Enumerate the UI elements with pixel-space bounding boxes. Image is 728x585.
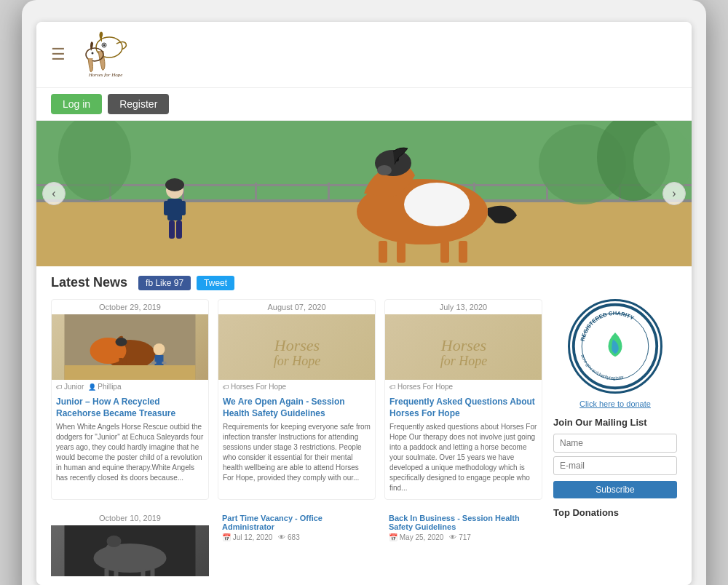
article-image: Horses for Hope bbox=[218, 314, 375, 380]
bottom-articles: October 10, 2019 bbox=[51, 511, 542, 576]
articles-grid: October 29, 2019 bbox=[51, 299, 542, 500]
article-tag-1: 🏷 Junior bbox=[56, 383, 84, 391]
svg-point-21 bbox=[377, 165, 392, 175]
svg-rect-30 bbox=[164, 201, 170, 215]
latest-news-title: Latest News bbox=[51, 275, 127, 290]
logo-image: Horses for Hope bbox=[76, 29, 135, 80]
article-tag-1: 🏷 Horses For Hope bbox=[223, 383, 286, 391]
svg-point-41 bbox=[116, 338, 127, 346]
svg-rect-24 bbox=[397, 241, 405, 263]
svg-rect-23 bbox=[379, 241, 387, 263]
site-header: ☰ Horses for Hope bbox=[36, 22, 692, 88]
svg-rect-57 bbox=[114, 569, 119, 576]
bottom-article-title[interactable]: Back In Business - Session Health Safety… bbox=[389, 514, 538, 531]
login-button[interactable]: Log in bbox=[51, 94, 102, 114]
slider-next-button[interactable]: › bbox=[662, 182, 686, 205]
svg-rect-32 bbox=[169, 220, 175, 239]
svg-point-19 bbox=[404, 183, 470, 226]
article-image: Horses for Hope bbox=[385, 314, 542, 380]
article-date: October 29, 2019 bbox=[52, 300, 208, 314]
svg-text:for Hope: for Hope bbox=[440, 354, 487, 368]
news-header: Latest News fb Like 97 Tweet bbox=[51, 275, 677, 290]
svg-rect-59 bbox=[151, 569, 155, 576]
article-tag-1: 🏷 Horses For Hope bbox=[389, 383, 453, 391]
bottom-article-date: October 10, 2019 bbox=[51, 511, 209, 525]
mailing-title: Join Our Mailing List bbox=[553, 417, 677, 428]
top-donations-title: Top Donations bbox=[553, 507, 677, 518]
svg-point-44 bbox=[154, 343, 165, 355]
svg-point-4 bbox=[92, 52, 94, 55]
bottom-article-info: Part Time Vacancy - Office Administrator… bbox=[218, 511, 376, 544]
svg-rect-46 bbox=[152, 362, 157, 364]
article-date: August 07, 2020 bbox=[218, 300, 375, 314]
svg-rect-25 bbox=[440, 241, 449, 263]
svg-rect-31 bbox=[180, 201, 186, 215]
bottom-article-image bbox=[51, 525, 209, 576]
svg-rect-33 bbox=[176, 220, 182, 239]
bottom-article-card: October 10, 2019 bbox=[51, 511, 209, 576]
bottom-article-meta: 📅 May 25, 2020 👁 717 bbox=[389, 533, 538, 541]
register-button[interactable]: Register bbox=[108, 94, 169, 114]
svg-point-54 bbox=[94, 544, 167, 573]
hero-image bbox=[36, 121, 692, 266]
svg-text:Horses: Horses bbox=[273, 336, 319, 354]
bottom-article-title[interactable]: Part Time Vacancy - Office Administrator bbox=[222, 514, 371, 531]
name-input[interactable] bbox=[553, 434, 677, 453]
svg-rect-56 bbox=[105, 569, 109, 576]
article-title[interactable]: Junior – How A Recycled Racehorse Became… bbox=[56, 397, 204, 419]
hero-slider: ‹ › bbox=[36, 121, 692, 266]
article-title[interactable]: We Are Open Again - Session Health Safet… bbox=[223, 397, 371, 419]
charity-circle: REGISTERED CHARITY acnc.gov.au/charityre… bbox=[568, 299, 662, 394]
svg-text:Horses: Horses bbox=[440, 336, 486, 354]
article-excerpt: Requirements for keeping everyone safe f… bbox=[223, 422, 371, 483]
social-buttons: fb Like 97 Tweet bbox=[138, 276, 234, 290]
facebook-like-button[interactable]: fb Like 97 bbox=[138, 276, 191, 290]
bottom-article-meta: 📅 Jul 12, 2020 👁 683 bbox=[222, 533, 371, 541]
article-tags: 🏷 Horses For Hope bbox=[385, 380, 542, 394]
svg-point-2 bbox=[103, 44, 106, 47]
article-card: July 13, 2020 Horses for Hope bbox=[384, 299, 542, 500]
svg-rect-26 bbox=[459, 241, 467, 263]
article-card: August 07, 2020 Horses for Hope bbox=[218, 299, 376, 500]
articles-section: October 29, 2019 bbox=[51, 299, 542, 576]
hamburger-icon[interactable]: ☰ bbox=[51, 45, 66, 64]
subscribe-button[interactable]: Subscribe bbox=[553, 481, 677, 498]
article-excerpt: When White Angels Horse Rescue outbid th… bbox=[56, 422, 204, 483]
charity-donate-link[interactable]: Click here to donate bbox=[553, 399, 677, 408]
tweet-button[interactable]: Tweet bbox=[197, 276, 234, 290]
article-excerpt: Frequently asked questions about Horses … bbox=[389, 422, 537, 493]
article-body: Junior – How A Recycled Racehorse Became… bbox=[52, 394, 208, 489]
article-tags: 🏷 Junior 👤 Phillipa bbox=[52, 380, 208, 394]
svg-rect-58 bbox=[141, 569, 146, 576]
svg-point-28 bbox=[165, 178, 184, 191]
svg-rect-48 bbox=[65, 365, 196, 380]
logo: Horses for Hope bbox=[76, 29, 135, 80]
article-body: We Are Open Again - Session Health Safet… bbox=[218, 394, 375, 489]
mailing-section: Join Our Mailing List Subscribe bbox=[553, 417, 677, 498]
article-image bbox=[52, 314, 208, 380]
slider-prev-button[interactable]: ‹ bbox=[42, 182, 66, 205]
bottom-article-card: Part Time Vacancy - Office Administrator… bbox=[218, 511, 376, 576]
bottom-article-card: Back In Business - Session Health Safety… bbox=[384, 511, 542, 576]
email-input[interactable] bbox=[553, 456, 677, 475]
article-card: October 29, 2019 bbox=[51, 299, 209, 500]
svg-rect-47 bbox=[162, 362, 167, 364]
article-date: July 13, 2020 bbox=[385, 300, 542, 314]
article-tags: 🏷 Horses For Hope bbox=[218, 380, 375, 394]
charity-badge: REGISTERED CHARITY acnc.gov.au/charityre… bbox=[553, 299, 677, 408]
svg-text:Horses for Hope: Horses for Hope bbox=[88, 72, 123, 78]
article-body: Frequently Asked Questions About Horses … bbox=[385, 394, 542, 499]
article-title[interactable]: Frequently Asked Questions About Horses … bbox=[389, 397, 537, 419]
sidebar: REGISTERED CHARITY acnc.gov.au/charityre… bbox=[553, 299, 677, 576]
svg-text:for Hope: for Hope bbox=[273, 354, 320, 368]
svg-point-55 bbox=[107, 536, 122, 547]
bottom-article-info: Back In Business - Session Health Safety… bbox=[384, 511, 542, 544]
article-tag-2: 👤 Phillipa bbox=[88, 383, 121, 391]
auth-bar: Log in Register bbox=[36, 88, 692, 121]
